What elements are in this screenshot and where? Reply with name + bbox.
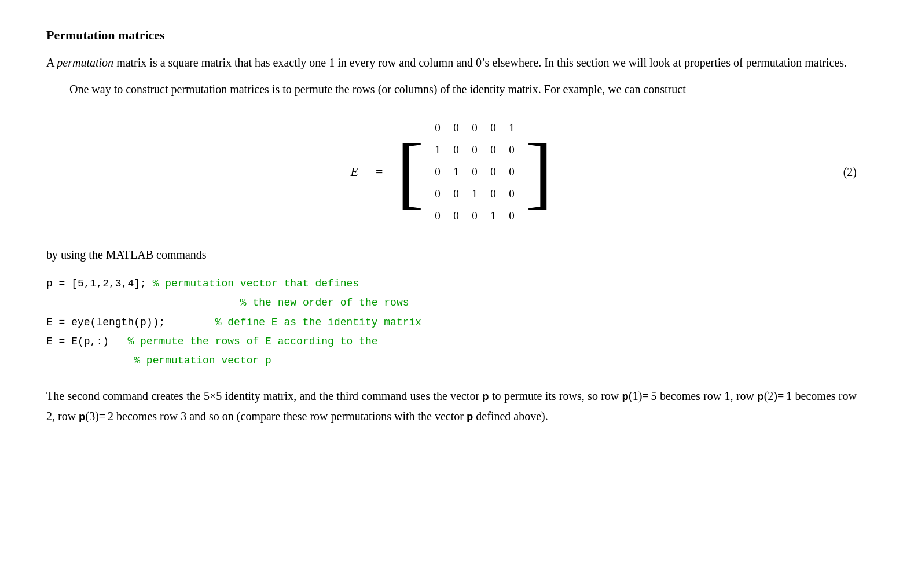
code-line-3: E = eye(length(p)); % define E as the id… — [46, 313, 857, 332]
code-text — [46, 297, 234, 308]
matrix-cell: 0 — [485, 122, 501, 134]
code-comment: % permutation vector that defines — [146, 278, 359, 289]
matrix-equation-block: E = [ 0 0 0 0 1 1 0 0 0 0 0 1 0 0 — [46, 117, 857, 227]
code-text: E = eye(length(p)); — [46, 317, 165, 328]
matrix-cell: 1 — [448, 166, 464, 178]
matrix-cell: 0 — [430, 166, 446, 178]
matrix-cell: 0 — [467, 166, 483, 178]
mono-p1: p — [622, 391, 629, 403]
code-block: p = [5,1,2,3,4]; % permutation vector th… — [46, 274, 857, 370]
matrix-cell: 0 — [467, 122, 483, 134]
matrix-cell: 0 — [504, 144, 520, 156]
code-comment: % permute the rows of E according to the — [122, 336, 378, 347]
matrix-cell: 0 — [504, 210, 520, 222]
matrix-cell: 0 — [467, 144, 483, 156]
bracket-right: ] — [526, 131, 553, 212]
mono-p4: p — [467, 411, 473, 424]
matrix-label: E — [350, 164, 358, 179]
matrix-cell: 0 — [448, 210, 464, 222]
code-text — [46, 355, 127, 366]
code-line-4: E = E(p,:) % permute the rows of E accor… — [46, 332, 857, 351]
section-title: Permutation matrices — [46, 28, 857, 43]
paragraph-3: by using the MATLAB commands — [46, 245, 857, 264]
paragraph-2: One way to construct permutation matrice… — [46, 80, 857, 98]
matrix-cell: 0 — [430, 122, 446, 134]
equation-number: (2) — [843, 166, 857, 179]
code-line-2: % the new order of the rows — [46, 293, 857, 313]
equals-sign: = — [376, 164, 383, 179]
code-line-1: p = [5,1,2,3,4]; % permutation vector th… — [46, 274, 857, 293]
mono-p: p — [482, 391, 489, 403]
italic-permutation: permutation — [57, 56, 113, 69]
matrix-cell: 0 — [448, 122, 464, 134]
code-line-5: % permutation vector p — [46, 351, 857, 370]
matrix-cell: 0 — [485, 166, 501, 178]
matrix-cell: 0 — [448, 144, 464, 156]
bracket-left: [ — [397, 131, 424, 212]
mono-p3: p — [79, 411, 85, 424]
mono-p2: p — [757, 391, 763, 403]
code-comment: % permutation vector p — [127, 355, 271, 366]
paragraph-1: A permutation matrix is a square matrix … — [46, 53, 857, 72]
matrix-cell: 0 — [467, 210, 483, 222]
code-text: E = E(p,:) — [46, 336, 122, 347]
matrix-cell: 1 — [430, 144, 446, 156]
matrix-cell: 0 — [430, 210, 446, 222]
matrix-cell: 0 — [430, 188, 446, 200]
matrix-cell: 0 — [485, 144, 501, 156]
matrix-equation: E = [ 0 0 0 0 1 1 0 0 0 0 0 1 0 0 — [350, 117, 552, 227]
matrix-wrapper: [ 0 0 0 0 1 1 0 0 0 0 0 1 0 0 0 — [397, 117, 552, 227]
matrix-cell: 0 — [448, 188, 464, 200]
matrix-cell: 0 — [485, 188, 501, 200]
code-comment: % the new order of the rows — [234, 297, 409, 308]
matrix-cell: 0 — [504, 188, 520, 200]
matrix-cell: 1 — [485, 210, 501, 222]
matrix-cell: 1 — [504, 122, 520, 134]
code-comment: % define E as the identity matrix — [165, 317, 421, 328]
matrix-cell: 1 — [467, 188, 483, 200]
code-text: p = [5,1,2,3,4]; — [46, 278, 146, 289]
paragraph-4: The second command creates the 5×5 ident… — [46, 387, 857, 427]
matrix-cell: 0 — [504, 166, 520, 178]
matrix-grid: 0 0 0 0 1 1 0 0 0 0 0 1 0 0 0 0 0 1 — [428, 117, 521, 227]
